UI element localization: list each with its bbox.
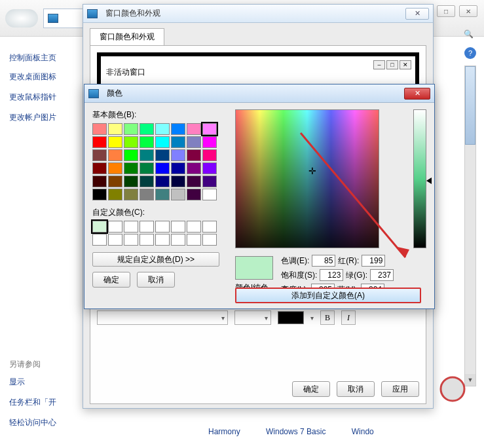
basic-swatch[interactable] bbox=[171, 149, 185, 161]
size-combo[interactable]: ▾ bbox=[234, 310, 271, 325]
custom-swatch[interactable] bbox=[187, 221, 201, 233]
basic-swatch[interactable] bbox=[202, 162, 217, 174]
red-input[interactable]: 199 bbox=[362, 255, 385, 267]
basic-swatch[interactable] bbox=[187, 149, 201, 161]
custom-swatch-selected[interactable] bbox=[92, 221, 107, 233]
basic-swatch[interactable] bbox=[92, 176, 107, 187]
basic-swatch[interactable] bbox=[187, 123, 201, 135]
cancel-button[interactable]: 取消 bbox=[337, 381, 375, 397]
basic-swatch[interactable] bbox=[124, 149, 138, 161]
sidebar-link-ease[interactable]: 轻松访问中心 bbox=[9, 417, 79, 428]
basic-swatch[interactable] bbox=[108, 123, 122, 135]
sidebar-link-mouse[interactable]: 更改鼠标指针 bbox=[9, 92, 79, 103]
basic-swatch[interactable] bbox=[187, 136, 201, 148]
sidebar-link-taskbar[interactable]: 任务栏和「开 bbox=[9, 397, 79, 408]
basic-swatch[interactable] bbox=[108, 162, 122, 174]
ok-button[interactable]: 确定 bbox=[92, 272, 130, 288]
luminance-slider[interactable] bbox=[413, 109, 426, 248]
basic-swatch[interactable] bbox=[202, 176, 217, 187]
basic-swatch[interactable] bbox=[108, 189, 122, 200]
theme-harmony[interactable]: Harmony bbox=[208, 427, 240, 436]
basic-swatch[interactable] bbox=[140, 149, 154, 161]
italic-button[interactable]: I bbox=[341, 310, 356, 325]
basic-swatch[interactable] bbox=[108, 136, 122, 148]
sidebar-link-display[interactable]: 显示 bbox=[9, 377, 79, 388]
basic-swatch[interactable] bbox=[155, 123, 170, 135]
basic-swatch[interactable] bbox=[92, 149, 107, 161]
basic-swatch[interactable] bbox=[92, 123, 107, 135]
font-color-picker[interactable] bbox=[278, 311, 304, 324]
appearance-titlebar[interactable]: 窗口颜色和外观 ✕ bbox=[83, 5, 433, 23]
custom-swatch[interactable] bbox=[108, 221, 122, 233]
basic-swatch[interactable] bbox=[140, 123, 154, 135]
custom-swatch[interactable] bbox=[155, 234, 170, 246]
basic-swatch[interactable] bbox=[140, 189, 154, 200]
basic-swatch[interactable] bbox=[124, 136, 138, 148]
scrollbar[interactable]: ▲ ▼ bbox=[464, 65, 476, 386]
theme-windo[interactable]: Windo bbox=[352, 427, 374, 436]
basic-swatch[interactable] bbox=[171, 176, 185, 187]
custom-swatch[interactable] bbox=[140, 221, 154, 233]
basic-swatch[interactable] bbox=[124, 162, 138, 174]
basic-swatch[interactable] bbox=[171, 162, 185, 174]
custom-swatch[interactable] bbox=[171, 234, 185, 246]
add-to-custom-button[interactable]: 添加到自定义颜色(A) bbox=[235, 288, 421, 303]
font-combo[interactable]: ▾ bbox=[97, 310, 228, 325]
define-custom-button[interactable]: 规定自定义颜色(D) >> bbox=[92, 252, 219, 267]
close-button[interactable]: ✕ bbox=[405, 8, 429, 20]
close-button[interactable]: ✕ bbox=[404, 88, 430, 100]
ok-button[interactable]: 确定 bbox=[292, 381, 330, 397]
custom-swatch[interactable] bbox=[92, 234, 107, 246]
sidebar-link-icons[interactable]: 更改桌面图标 bbox=[9, 71, 79, 83]
close-button[interactable]: ✕ bbox=[459, 5, 477, 17]
basic-swatch[interactable] bbox=[187, 176, 201, 187]
basic-swatch[interactable] bbox=[155, 176, 170, 187]
tab-appearance[interactable]: 窗口颜色和外观 bbox=[90, 28, 164, 45]
basic-swatch[interactable] bbox=[124, 123, 138, 135]
search-icon[interactable]: 🔍 bbox=[460, 26, 476, 42]
basic-swatch[interactable] bbox=[171, 123, 185, 135]
custom-swatch[interactable] bbox=[124, 234, 138, 246]
theme-basic[interactable]: Windows 7 Basic bbox=[266, 427, 326, 436]
basic-swatch[interactable] bbox=[202, 149, 217, 161]
basic-swatch[interactable] bbox=[92, 189, 107, 200]
cancel-button[interactable]: 取消 bbox=[137, 272, 175, 288]
basic-swatch[interactable] bbox=[155, 162, 170, 174]
basic-swatch[interactable] bbox=[92, 162, 107, 174]
basic-swatch[interactable] bbox=[155, 136, 170, 148]
scroll-thumb[interactable] bbox=[465, 66, 475, 145]
basic-swatch[interactable] bbox=[202, 123, 217, 135]
apply-button[interactable]: 应用 bbox=[381, 381, 419, 397]
basic-swatch[interactable] bbox=[202, 189, 217, 200]
help-icon[interactable]: ? bbox=[464, 47, 476, 59]
custom-swatch[interactable] bbox=[202, 221, 217, 233]
custom-swatch[interactable] bbox=[155, 221, 170, 233]
basic-swatch[interactable] bbox=[92, 136, 107, 148]
maximize-button[interactable]: □ bbox=[437, 5, 455, 17]
bold-button[interactable]: B bbox=[320, 310, 335, 325]
green-input[interactable]: 237 bbox=[370, 269, 394, 281]
basic-swatch[interactable] bbox=[171, 189, 185, 200]
nav-back-forward[interactable] bbox=[5, 9, 38, 28]
basic-swatch[interactable] bbox=[187, 189, 201, 200]
basic-swatch[interactable] bbox=[108, 149, 122, 161]
basic-swatch[interactable] bbox=[155, 189, 170, 200]
custom-swatch[interactable] bbox=[108, 234, 122, 246]
sidebar-link-account[interactable]: 更改帐户图片 bbox=[9, 112, 79, 123]
basic-swatch[interactable] bbox=[108, 176, 122, 187]
sat-input[interactable]: 123 bbox=[320, 269, 343, 281]
basic-swatch[interactable] bbox=[171, 136, 185, 148]
basic-swatch[interactable] bbox=[124, 189, 138, 200]
basic-swatch[interactable] bbox=[187, 162, 201, 174]
color-field[interactable]: ✛ bbox=[235, 109, 379, 248]
basic-swatch[interactable] bbox=[140, 176, 154, 187]
custom-swatch[interactable] bbox=[171, 221, 185, 233]
basic-swatch[interactable] bbox=[140, 162, 154, 174]
custom-swatch[interactable] bbox=[187, 234, 201, 246]
basic-swatch[interactable] bbox=[124, 176, 138, 187]
custom-swatch[interactable] bbox=[124, 221, 138, 233]
basic-swatch[interactable] bbox=[140, 136, 154, 148]
custom-swatch[interactable] bbox=[202, 234, 217, 246]
hue-input[interactable]: 85 bbox=[312, 255, 335, 267]
color-titlebar[interactable]: 颜色 ✕ bbox=[84, 84, 434, 103]
